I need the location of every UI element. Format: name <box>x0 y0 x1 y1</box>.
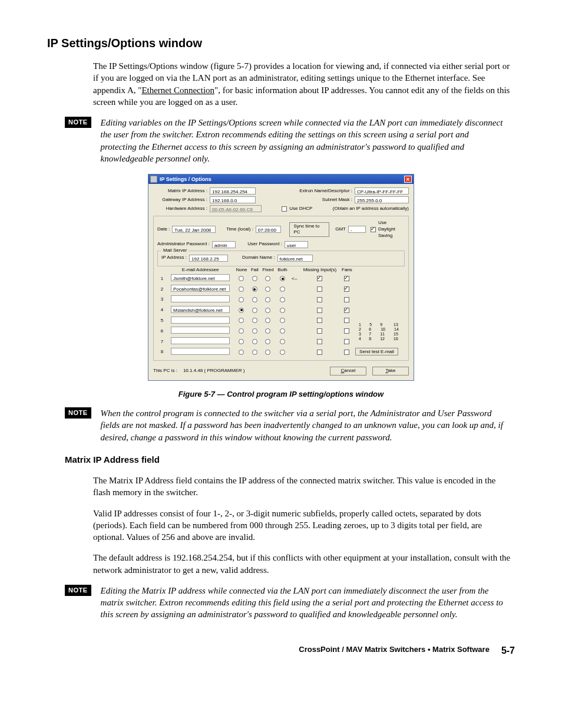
page-number: 5-7 <box>501 644 515 657</box>
checkbox[interactable] <box>344 339 349 344</box>
section-heading: IP Settings/Options window <box>47 35 515 51</box>
checkbox[interactable] <box>344 350 349 355</box>
email-field[interactable] <box>171 317 230 324</box>
radio[interactable] <box>239 308 244 313</box>
checkbox[interactable] <box>344 276 349 281</box>
checkbox[interactable] <box>317 286 322 292</box>
gateway-ip-label: Gateway IP Address : <box>153 197 207 203</box>
radio[interactable] <box>280 350 285 355</box>
checkbox[interactable] <box>344 318 349 323</box>
footer-text: CrossPoint / MAV Matrix Switchers • Matr… <box>299 644 490 657</box>
radio[interactable] <box>265 308 270 313</box>
checkbox[interactable] <box>344 286 349 292</box>
subnet-field[interactable]: 255.255.0.0 <box>355 196 409 203</box>
gmt-field[interactable]: - 08.00 <box>348 226 366 233</box>
email-field[interactable] <box>171 348 230 355</box>
checkbox[interactable] <box>317 318 322 323</box>
body-paragraph: Valid IP addresses consist of four 1-, 2… <box>93 508 515 543</box>
note-text: Editing the Matrix IP address while conn… <box>101 585 515 621</box>
dhcp-label: Use DHCP <box>289 206 312 212</box>
radio[interactable] <box>252 328 257 334</box>
send-test-button[interactable]: Send test E-mail <box>355 348 398 355</box>
radio[interactable] <box>239 350 244 355</box>
radio[interactable] <box>280 286 285 292</box>
dialog-titlebar: IP Settings / Options ✕ <box>148 174 414 184</box>
radio[interactable] <box>280 276 285 281</box>
radio[interactable] <box>252 308 257 313</box>
radio[interactable] <box>252 318 257 323</box>
mail-ip-label: IP Address : <box>161 255 187 261</box>
email-field[interactable]: Pocahontas@folklore.net <box>171 285 230 292</box>
admin-pw-field[interactable]: admin <box>212 241 236 248</box>
checkbox[interactable] <box>344 308 349 313</box>
subnet-label: Subnet Mask : <box>322 197 352 203</box>
note-badge: NOTE <box>65 117 91 128</box>
radio[interactable] <box>239 286 244 292</box>
date-field[interactable]: Tue, 22 Jan 2008 <box>172 226 216 233</box>
radio[interactable] <box>265 297 270 302</box>
radio[interactable] <box>280 297 285 302</box>
cancel-button[interactable]: Cancel <box>330 367 366 375</box>
email-field[interactable] <box>171 327 230 334</box>
radio[interactable] <box>280 318 285 323</box>
checkbox[interactable] <box>317 276 322 281</box>
checkbox[interactable] <box>317 350 322 355</box>
note-text: Editing variables on the IP Settings/Opt… <box>101 117 515 164</box>
radio[interactable] <box>265 318 270 323</box>
figure-caption: Figure 5-7 — Control program IP setting/… <box>47 389 515 400</box>
mail-ip-field[interactable]: 192.168.2.25 <box>189 255 228 262</box>
radio[interactable] <box>252 276 257 281</box>
gateway-ip-field[interactable]: 192.168.0.0 <box>210 196 256 203</box>
extron-name-field[interactable]: CP-Ultra-IP-FF-FF-FF <box>355 187 409 195</box>
radio[interactable] <box>239 339 244 344</box>
email-field[interactable]: Jsmith@folklore.net <box>171 274 230 281</box>
radio[interactable] <box>280 328 285 334</box>
gmt-label: GMT <box>335 226 346 233</box>
email-field[interactable] <box>171 337 230 344</box>
radio[interactable] <box>265 339 270 344</box>
radio[interactable] <box>265 286 270 292</box>
time-field[interactable]: 07:28:00 <box>256 226 282 233</box>
checkbox[interactable] <box>317 328 322 334</box>
email-field[interactable]: Mstandish@folklore.net <box>171 306 230 313</box>
note-block-2: NOTE When the control program is connect… <box>47 407 515 443</box>
radio[interactable] <box>265 328 270 334</box>
radio[interactable] <box>252 339 257 344</box>
daylight-checkbox[interactable] <box>371 227 376 232</box>
user-pw-field[interactable]: user <box>285 241 308 248</box>
extron-name-label: Extron Name/Descriptor : <box>299 188 352 195</box>
radio[interactable] <box>239 276 244 281</box>
app-icon <box>150 176 157 183</box>
date-label: Date : <box>157 226 170 233</box>
note-text: When the control program is connected to… <box>101 407 515 443</box>
checkbox[interactable] <box>317 339 322 344</box>
ethernet-link[interactable]: Ethernet Connection <box>141 85 214 95</box>
close-icon[interactable]: ✕ <box>404 176 412 183</box>
checkbox[interactable] <box>317 308 322 313</box>
take-button[interactable]: Take <box>372 367 409 375</box>
user-pw-label: User Password : <box>247 241 282 248</box>
radio[interactable] <box>239 318 244 323</box>
radio[interactable] <box>280 339 285 344</box>
note-badge: NOTE <box>65 585 91 596</box>
radio[interactable] <box>252 350 257 355</box>
table-row: 515913261014371115481216 <box>157 316 405 327</box>
radio[interactable] <box>265 276 270 281</box>
radio[interactable] <box>265 350 270 355</box>
checkbox[interactable] <box>344 328 349 334</box>
email-field[interactable] <box>171 295 230 302</box>
domain-field[interactable]: folklore.net <box>277 255 313 262</box>
radio[interactable] <box>239 297 244 302</box>
radio[interactable] <box>239 328 244 334</box>
note-badge: NOTE <box>65 407 91 419</box>
note-block-3: NOTE Editing the Matrix IP address while… <box>47 585 515 621</box>
sync-time-button[interactable]: Sync time to PC <box>289 222 329 238</box>
table-row: 1Jsmith@folklore.net<-- <box>157 274 405 284</box>
radio[interactable] <box>280 308 285 313</box>
dhcp-checkbox[interactable] <box>282 206 287 212</box>
checkbox[interactable] <box>317 297 322 302</box>
matrix-ip-field[interactable]: 192.168.254.254 <box>210 187 256 195</box>
radio[interactable] <box>252 286 257 292</box>
radio[interactable] <box>252 297 257 302</box>
checkbox[interactable] <box>344 297 349 302</box>
